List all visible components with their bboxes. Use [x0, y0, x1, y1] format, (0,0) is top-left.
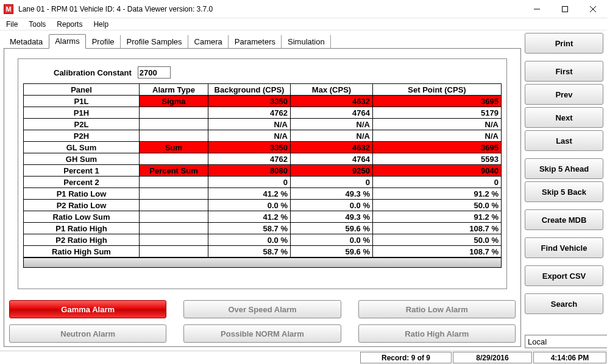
- tab-alarms[interactable]: Alarms: [49, 34, 85, 49]
- table-cell: Sum: [140, 142, 208, 153]
- over-speed-alarm-button[interactable]: Over Speed Alarm: [183, 300, 341, 318]
- table-row: P2HN/AN/AN/A: [24, 130, 501, 142]
- table-cell: N/A: [291, 119, 373, 130]
- table-cell: 5179: [373, 107, 501, 118]
- table-cell: 91.2 %: [373, 211, 501, 222]
- table-cell: 0: [291, 177, 373, 187]
- search-button[interactable]: Search: [525, 293, 603, 314]
- table-cell: 9040: [373, 165, 501, 176]
- grid-footer: [24, 257, 501, 267]
- maximize-button[interactable]: [551, 0, 579, 18]
- table-row: GL SumSum335046323695: [24, 142, 501, 153]
- first-button[interactable]: First: [525, 61, 603, 82]
- table-cell: Percent 2: [24, 177, 140, 187]
- find-vehicle-button[interactable]: Find Vehicle: [525, 237, 603, 258]
- tab-camera[interactable]: Camera: [188, 35, 229, 49]
- app-icon: M: [4, 4, 13, 14]
- table-cell: [140, 246, 208, 257]
- statusbar: Record: 9 of 9 8/29/2016 4:14:06 PM: [0, 351, 607, 364]
- table-row: P2LN/AN/AN/A: [24, 119, 501, 130]
- table-cell: 4762: [208, 153, 291, 164]
- tab-simulation[interactable]: Simulation: [282, 35, 331, 49]
- skip-back-button[interactable]: Skip 5 Back: [525, 181, 603, 202]
- table-cell: 3695: [373, 96, 501, 107]
- column-header: Background (CPS): [208, 84, 291, 95]
- menu-file[interactable]: File: [1, 19, 23, 30]
- print-button[interactable]: Print: [525, 33, 603, 54]
- window-title: Lane 01 - RPM 01 Vehicle ID: 4 - Data Vi…: [17, 5, 523, 13]
- column-header: Alarm Type: [140, 84, 208, 95]
- table-cell: P2H: [24, 130, 140, 141]
- table-cell: GL Sum: [24, 142, 140, 153]
- table-cell: P2 Ratio High: [24, 234, 140, 245]
- table-cell: 3350: [208, 96, 291, 107]
- skip-ahead-button[interactable]: Skip 5 Ahead: [525, 158, 603, 179]
- table-cell: Sigma: [140, 96, 208, 107]
- tab-profile-samples[interactable]: Profile Samples: [121, 35, 188, 49]
- table-cell: 59.6 %: [291, 246, 373, 257]
- table-cell: 59.6 %: [291, 223, 373, 234]
- table-cell: [140, 188, 208, 199]
- titlebar: M Lane 01 - RPM 01 Vehicle ID: 4 - Data …: [0, 0, 607, 18]
- tab-content: Calibration Constant PanelAlarm TypeBack…: [4, 48, 521, 347]
- menu-help[interactable]: Help: [88, 19, 113, 30]
- table-cell: 4764: [291, 107, 373, 118]
- prev-button[interactable]: Prev: [525, 84, 603, 105]
- svg-rect-1: [563, 6, 568, 12]
- status-time: 4:14:06 PM: [533, 352, 606, 363]
- menu-reports[interactable]: Reports: [52, 19, 87, 30]
- table-row: P2 Ratio High0.0 %0.0 %50.0 %: [24, 234, 501, 246]
- status-record: Record: 9 of 9: [360, 352, 452, 363]
- table-cell: N/A: [373, 119, 501, 130]
- table-cell: [140, 234, 208, 245]
- table-cell: P2L: [24, 119, 140, 130]
- table-cell: 108.7 %: [373, 223, 501, 234]
- table-cell: 108.7 %: [373, 246, 501, 257]
- local-select[interactable]: Local: [525, 335, 607, 348]
- table-row: P1 Ratio Low41.2 %49.3 %91.2 %: [24, 188, 501, 200]
- minimize-button[interactable]: [523, 0, 551, 18]
- ratio-low-alarm-button[interactable]: Ratio Low Alarm: [358, 300, 516, 318]
- ratio-high-alarm-button[interactable]: Ratio High Alarm: [358, 324, 516, 343]
- export-csv-button[interactable]: Export CSV: [525, 265, 603, 286]
- table-row: P1 Ratio High58.7 %59.6 %108.7 %: [24, 223, 501, 234]
- side-panel: Print First Prev Next Last Skip 5 Ahead …: [525, 30, 607, 351]
- table-cell: 0: [208, 177, 291, 187]
- table-cell: 58.7 %: [208, 223, 291, 234]
- table-cell: 50.0 %: [373, 200, 501, 211]
- table-row: Ratio High Sum58.7 %59.6 %108.7 %: [24, 246, 501, 257]
- table-cell: 3350: [208, 142, 291, 153]
- create-mdb-button[interactable]: Create MDB: [525, 209, 603, 230]
- menu-tools[interactable]: Tools: [24, 19, 51, 30]
- table-row: P1H476247645179: [24, 107, 501, 119]
- table-cell: 41.2 %: [208, 188, 291, 199]
- table-cell: 0.0 %: [208, 234, 291, 245]
- tab-metadata[interactable]: Metadata: [4, 35, 49, 49]
- tab-parameters[interactable]: Parameters: [229, 35, 282, 49]
- table-cell: GH Sum: [24, 153, 140, 164]
- menubar: File Tools Reports Help: [0, 18, 607, 30]
- next-button[interactable]: Next: [525, 107, 603, 128]
- table-cell: P1L: [24, 96, 140, 107]
- table-row: P1LSigma335046323695: [24, 96, 501, 107]
- status-date: 8/29/2016: [453, 352, 532, 363]
- gamma-alarm-button[interactable]: Gamma Alarm: [9, 300, 166, 318]
- table-cell: 5593: [373, 153, 501, 164]
- table-cell: 0.0 %: [208, 200, 291, 211]
- table-cell: 41.2 %: [208, 211, 291, 222]
- neutron-alarm-button[interactable]: Neutron Alarm: [9, 324, 166, 343]
- table-cell: P1H: [24, 107, 140, 118]
- possible-norm-alarm-button[interactable]: Possible NORM Alarm: [183, 324, 341, 343]
- table-cell: P1 Ratio High: [24, 223, 140, 234]
- table-cell: 9250: [291, 165, 373, 176]
- table-cell: 91.2 %: [373, 188, 501, 199]
- tab-profile[interactable]: Profile: [86, 35, 121, 49]
- table-cell: N/A: [291, 130, 373, 141]
- table-row: P2 Ratio Low0.0 %0.0 %50.0 %: [24, 200, 501, 211]
- table-cell: 0.0 %: [291, 200, 373, 211]
- table-cell: [140, 223, 208, 234]
- last-button[interactable]: Last: [525, 130, 603, 151]
- close-button[interactable]: [579, 0, 607, 18]
- calibration-input[interactable]: [138, 66, 171, 79]
- table-row: Percent 2000: [24, 177, 501, 188]
